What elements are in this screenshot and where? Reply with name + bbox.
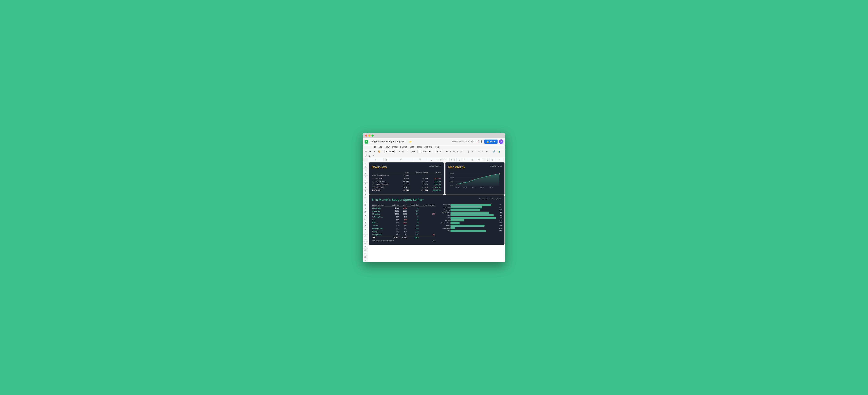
decimal-button[interactable]: .0 xyxy=(406,150,409,153)
menu-format[interactable]: Format xyxy=(400,145,407,149)
row-23[interactable]: 23 xyxy=(363,238,368,241)
row-29[interactable]: 29 xyxy=(363,259,368,262)
zoom-select[interactable]: 100% xyxy=(384,150,395,153)
col-l[interactable]: L xyxy=(457,158,462,162)
undo-button[interactable]: ↩ xyxy=(364,150,367,153)
row-7[interactable]: 7 xyxy=(363,183,368,186)
comment-icon[interactable]: 💬 xyxy=(480,140,483,143)
row-growth: $562.00 xyxy=(429,183,441,186)
menu-file[interactable]: File xyxy=(373,145,376,149)
row-18[interactable]: 18 xyxy=(363,221,368,224)
percent-button[interactable]: % xyxy=(402,150,405,153)
fill-color-button[interactable]: 🖊 xyxy=(460,150,464,153)
print-button[interactable]: 🖨 xyxy=(373,150,376,153)
menu-insert[interactable]: Insert xyxy=(392,145,398,149)
size-select[interactable]: 10 xyxy=(435,150,442,153)
merge-button[interactable]: ⊞ xyxy=(471,150,474,153)
menu-help[interactable]: Help xyxy=(435,145,439,149)
row-5[interactable]: 5 xyxy=(363,176,368,179)
bar-value: $12 xyxy=(496,225,502,226)
row-19[interactable]: 19 xyxy=(363,224,368,228)
table-row: Total Income* $4,120 $4,295 -$175.00 xyxy=(372,177,441,180)
col-t[interactable]: T xyxy=(503,158,505,162)
row-3[interactable]: 3 xyxy=(363,169,368,172)
row-27[interactable]: 27 xyxy=(363,252,368,256)
row-1[interactable]: 1 xyxy=(363,162,368,165)
row-6[interactable]: 6 xyxy=(363,179,368,183)
row-24[interactable]: 24 xyxy=(363,241,368,245)
svg-text:Dec '19: Dec '19 xyxy=(490,187,493,188)
row-16[interactable]: 16 xyxy=(363,214,368,217)
row-8[interactable]: 8 xyxy=(363,186,368,190)
share-button[interactable]: 🔒 Share xyxy=(484,139,498,144)
row-21[interactable]: 21 xyxy=(363,231,368,235)
row-20[interactable]: 20 xyxy=(363,228,368,231)
close-button[interactable] xyxy=(365,134,367,137)
maximize-button[interactable] xyxy=(372,134,374,137)
col-m[interactable]: M xyxy=(462,158,467,162)
col-j[interactable]: J xyxy=(450,158,453,162)
collapse-button[interactable]: ⌃ xyxy=(372,154,375,157)
col-i[interactable]: I xyxy=(446,158,450,162)
borders-button[interactable]: ▦ xyxy=(467,150,470,153)
col-r[interactable]: R xyxy=(490,158,495,162)
chart-button[interactable]: 📊 xyxy=(497,150,501,153)
row-12[interactable]: 12 xyxy=(363,200,368,203)
stats-icon[interactable]: 📈 xyxy=(476,140,478,143)
menu-tools[interactable]: Tools xyxy=(417,145,422,149)
bar-value: $258 xyxy=(496,230,502,232)
col-a[interactable]: A xyxy=(368,158,384,162)
strikethrough-button[interactable]: S xyxy=(453,150,455,153)
redo-button[interactable]: ↪ xyxy=(368,150,372,153)
row-17[interactable]: 17 xyxy=(363,217,368,221)
folder-icon[interactable]: 📁 xyxy=(409,140,412,143)
link-button[interactable]: 🔗 xyxy=(492,150,496,153)
col-o[interactable]: O xyxy=(477,158,481,162)
menu-addons[interactable]: Add-ons xyxy=(425,145,432,149)
valign-button[interactable]: ⬍ xyxy=(481,150,484,153)
text-color-button[interactable]: A xyxy=(456,150,459,153)
currency-button[interactable]: $ xyxy=(398,150,401,153)
wrap-button[interactable]: ↵ xyxy=(485,150,489,153)
row-2[interactable]: 2 xyxy=(363,165,368,169)
col-h[interactable]: H xyxy=(443,158,446,162)
col-g[interactable]: G xyxy=(439,158,443,162)
row-10[interactable]: 10 xyxy=(363,193,368,196)
row-14[interactable]: 14 xyxy=(363,207,368,210)
col-k[interactable]: K xyxy=(453,158,457,162)
menu-edit[interactable]: Edit xyxy=(379,145,382,149)
italic-button[interactable]: I xyxy=(450,150,452,153)
menu-view[interactable]: View xyxy=(385,145,390,149)
row-category: Unexpected xyxy=(372,233,389,236)
bold-button[interactable]: B xyxy=(445,150,448,153)
col-c[interactable]: C xyxy=(389,158,413,162)
row-25[interactable]: 25 xyxy=(363,245,368,249)
col-s[interactable]: S xyxy=(495,158,503,162)
col-e[interactable]: E xyxy=(427,158,436,162)
filter-button[interactable]: ▽ xyxy=(364,154,367,157)
paint-format-button[interactable]: 🎨 xyxy=(377,150,381,153)
col-b[interactable]: B xyxy=(384,158,389,162)
row-15[interactable]: 15 xyxy=(363,210,368,214)
row-13[interactable]: 13 xyxy=(363,203,368,207)
col-f[interactable]: F xyxy=(436,158,439,162)
row-9[interactable]: 9 xyxy=(363,190,368,193)
bar-label: Personal Care xyxy=(438,222,450,224)
row-28[interactable]: 28 xyxy=(363,256,368,259)
font-select[interactable]: Corpass xyxy=(419,150,431,153)
row-11[interactable]: 11 xyxy=(363,196,368,200)
minimize-button[interactable] xyxy=(368,134,370,137)
row-22[interactable]: 22 xyxy=(363,235,368,238)
row-26[interactable]: 26 xyxy=(363,249,368,252)
format-more-button[interactable]: 123▾ xyxy=(410,150,416,153)
row-remaining: $40 xyxy=(408,212,419,216)
col-n[interactable]: N xyxy=(467,158,477,162)
col-p[interactable]: P xyxy=(481,158,486,162)
menu-data[interactable]: Data xyxy=(410,145,414,149)
align-button[interactable]: ≡ xyxy=(477,150,480,153)
col-d[interactable]: D xyxy=(413,158,427,162)
function-button[interactable]: ∑ xyxy=(368,154,371,157)
col-q[interactable]: Q xyxy=(486,158,490,162)
avatar[interactable]: U xyxy=(499,139,503,144)
row-4[interactable]: 4 xyxy=(363,172,368,176)
